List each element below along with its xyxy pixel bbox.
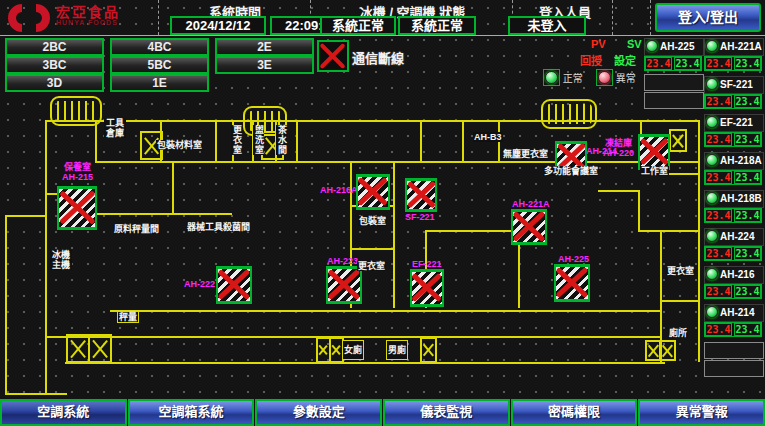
room-label: 多功能會議室 — [543, 166, 599, 176]
wall-segment — [172, 163, 174, 215]
unit-label-ah223: AH-223 — [327, 256, 358, 266]
nav-ahu-system[interactable]: 空調箱系統 — [128, 399, 255, 426]
unit-row-ah218a[interactable]: AH-218A — [704, 152, 764, 170]
nav-hvac-system[interactable]: 空調系統 — [0, 399, 127, 426]
empty-slot — [704, 342, 764, 359]
floor-button-3d[interactable]: 3D — [5, 74, 104, 92]
sv-value: 23.4 — [734, 57, 761, 70]
unit-values-sf221: 23.423.4 — [704, 94, 762, 109]
wall-segment — [638, 190, 640, 232]
shaft-icon — [66, 334, 90, 363]
unit-led-icon — [706, 78, 718, 90]
legend-pv-label: PV — [591, 38, 606, 50]
unit-row-ah216[interactable]: AH-216 — [704, 266, 764, 284]
wall-segment — [640, 230, 698, 232]
nav-parameter-settings[interactable]: 參數設定 — [255, 399, 382, 426]
unit-label-line: 保養室 — [62, 162, 93, 172]
empty-slot — [704, 360, 764, 377]
login-status-value: 未登入 — [508, 16, 586, 35]
unit-values-ah214: 23.423.4 — [704, 322, 762, 337]
sv-value: 23.4 — [734, 247, 761, 260]
ahu-marker-ef221[interactable] — [410, 269, 444, 307]
legend-feedback-label: 回授 — [580, 52, 602, 68]
wall-segment — [352, 248, 393, 250]
unit-values-ah224: 23.423.4 — [704, 246, 762, 261]
unit-label-ah220: 凍結庫 AH-220 — [603, 138, 634, 158]
unit-name: AH-216 — [720, 269, 754, 280]
unit-values-ah218b: 23.423.4 — [704, 208, 762, 223]
room-label: 原料秤量間 — [113, 224, 160, 234]
ahu-marker-sf221[interactable] — [405, 178, 437, 212]
nav-meter-monitor[interactable]: 儀表監視 — [383, 399, 510, 426]
unit-label-ah221a: AH-221A — [512, 199, 550, 209]
pv-value: 23.4 — [645, 57, 672, 70]
wall-segment — [95, 213, 232, 215]
wall-segment — [698, 120, 700, 362]
floor-button-1e[interactable]: 1E — [110, 74, 209, 92]
unit-led-icon — [706, 230, 718, 242]
ahu-marker-ah222[interactable] — [216, 266, 252, 304]
legend-setpoint-label: 設定 — [614, 52, 636, 68]
room-label: 更衣室 — [666, 266, 695, 276]
sv-value: 23.4 — [674, 57, 701, 70]
room-label: 冰機主機 — [50, 250, 72, 270]
login-logout-button[interactable]: 登入/登出 — [655, 3, 761, 32]
floor-button-3e[interactable]: 3E — [215, 56, 314, 74]
unit-row-ah224[interactable]: AH-224 — [704, 228, 764, 246]
unit-row-ah225[interactable]: AH-225 — [644, 38, 704, 56]
unit-row-sf221[interactable]: SF-221 — [704, 76, 764, 94]
wall-segment — [5, 393, 67, 395]
ahu-marker-ah220[interactable] — [638, 134, 670, 170]
wall-segment — [45, 120, 700, 122]
unit-led-icon — [706, 306, 718, 318]
unit-name: AH-225 — [660, 41, 694, 52]
sv-value: 23.4 — [734, 171, 761, 184]
floor-button-2bc[interactable]: 2BC — [5, 38, 104, 56]
unit-name: AH-218B — [720, 193, 762, 204]
floor-button-4bc[interactable]: 4BC — [110, 38, 209, 56]
unit-label-line: AH-215 — [62, 172, 93, 182]
unit-label-ah222: AH-222 — [184, 279, 215, 289]
ahu-marker-ah225[interactable] — [554, 264, 590, 302]
room-label: 廁所 — [668, 328, 688, 338]
unit-label-line: AH-220 — [603, 148, 634, 158]
unit-row-ah221a[interactable]: AH-221A — [704, 38, 764, 56]
wall-segment — [95, 120, 97, 163]
unit-led-icon — [706, 154, 718, 166]
brand-logo: 宏亞食品 HUNYA FOODS — [6, 3, 156, 33]
unit-led-icon — [706, 268, 718, 280]
pv-value: 23.4 — [705, 285, 732, 298]
unit-values-ah225: 23.4 23.4 — [644, 56, 702, 71]
sv-value: 23.4 — [734, 133, 761, 146]
unit-label-ah225: AH-225 — [558, 254, 589, 264]
ahu-marker-ah215[interactable] — [57, 186, 97, 230]
unit-name: AH-221A — [720, 41, 762, 52]
ahu-status-value: 系統正常 — [398, 16, 476, 35]
header-separator — [650, 0, 651, 35]
floor-button-5bc[interactable]: 5BC — [110, 56, 209, 74]
unit-name: EF-221 — [720, 117, 753, 128]
brand-subname: HUNYA FOODS — [56, 19, 120, 26]
ahu-marker-ah216a[interactable] — [356, 174, 390, 210]
nav-abnormal-alarm[interactable]: 異常警報 — [638, 399, 765, 426]
empty-slot — [644, 92, 704, 109]
wall-segment — [296, 120, 298, 163]
legend-abnormal-label: 異常 — [616, 73, 636, 84]
shaft-icon — [88, 334, 112, 363]
room-label: 茶水間 — [276, 125, 287, 155]
unit-row-ah218b[interactable]: AH-218B — [704, 190, 764, 208]
floor-button-2e[interactable]: 2E — [215, 38, 314, 56]
wall-segment — [45, 336, 660, 338]
unit-row-ah214[interactable]: AH-214 — [704, 304, 764, 322]
nav-password-authority[interactable]: 密碼權限 — [511, 399, 638, 426]
room-label: 秤量 — [117, 311, 139, 323]
wall-segment — [5, 215, 45, 217]
ahu-marker-ah221a[interactable] — [511, 209, 547, 245]
shaft-icon — [669, 129, 687, 152]
unit-led-icon — [706, 40, 718, 52]
unit-row-ef221[interactable]: EF-221 — [704, 114, 764, 132]
floor-button-3bc[interactable]: 3BC — [5, 56, 104, 74]
ahu-marker-ah223[interactable] — [326, 266, 362, 304]
brand-name: 宏亞食品 — [56, 5, 120, 19]
pv-value: 23.4 — [705, 209, 732, 222]
